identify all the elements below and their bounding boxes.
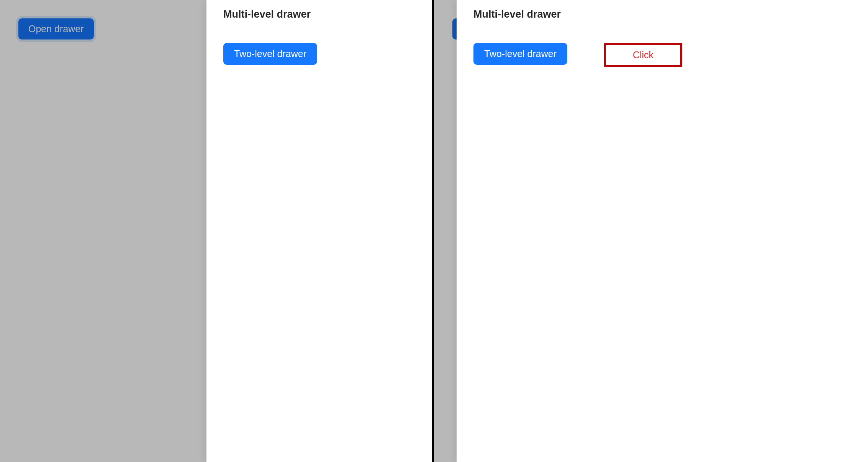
panel-right: Op Multi-level drawer Two-level drawer C… [434, 0, 868, 462]
two-level-drawer-button[interactable]: Two-level drawer [223, 43, 317, 65]
drawer-left: Multi-level drawer Two-level drawer [206, 0, 432, 462]
panel-left: Open drawer Multi-level drawer Two-level… [0, 0, 434, 462]
drawer-header-left: Multi-level drawer [206, 0, 432, 29]
drawer-body-right: Two-level drawer Click [457, 29, 868, 81]
drawer-header-right: Multi-level drawer [457, 0, 868, 29]
drawer-title-right: Multi-level drawer [473, 8, 851, 20]
drawer-title-left: Multi-level drawer [223, 8, 415, 20]
drawer-body-left: Two-level drawer [206, 29, 432, 79]
two-level-drawer-button[interactable]: Two-level drawer [473, 43, 567, 65]
drawer-right: Multi-level drawer Two-level drawer Clic… [457, 0, 868, 462]
click-button[interactable]: Click [604, 43, 682, 67]
